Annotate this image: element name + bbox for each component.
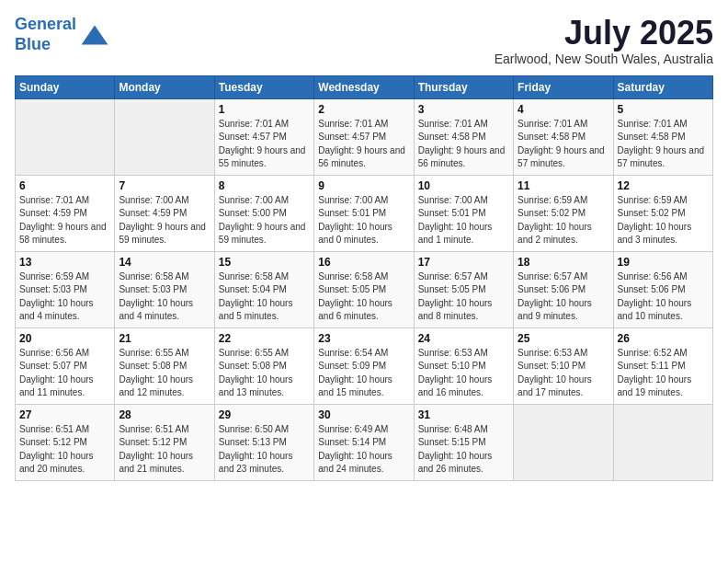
day-number: 10: [418, 179, 509, 192]
day-cell: [16, 98, 115, 175]
day-info: Sunrise: 6:53 AM Sunset: 5:10 PM Dayligh…: [518, 347, 609, 400]
day-cell: 20Sunrise: 6:56 AM Sunset: 5:07 PM Dayli…: [16, 327, 115, 404]
day-number: 2: [318, 103, 409, 116]
day-number: 17: [418, 256, 509, 269]
day-number: 31: [418, 408, 509, 421]
day-info: Sunrise: 7:01 AM Sunset: 4:59 PM Dayligh…: [19, 194, 110, 247]
location: Earlwood, New South Wales, Australia: [495, 52, 713, 66]
day-number: 18: [518, 256, 609, 269]
day-cell: 6Sunrise: 7:01 AM Sunset: 4:59 PM Daylig…: [16, 175, 115, 251]
day-cell: 19Sunrise: 6:56 AM Sunset: 5:06 PM Dayli…: [613, 251, 712, 327]
col-monday: Monday: [115, 75, 214, 98]
day-info: Sunrise: 6:59 AM Sunset: 5:03 PM Dayligh…: [19, 270, 110, 324]
day-number: 23: [318, 332, 409, 345]
day-cell: 14Sunrise: 6:58 AM Sunset: 5:03 PM Dayli…: [115, 251, 214, 327]
day-cell: 23Sunrise: 6:54 AM Sunset: 5:09 PM Dayli…: [314, 327, 414, 404]
day-cell: 1Sunrise: 7:01 AM Sunset: 4:57 PM Daylig…: [214, 98, 313, 175]
svg-marker-0: [82, 25, 108, 44]
day-info: Sunrise: 7:00 AM Sunset: 5:00 PM Dayligh…: [219, 194, 310, 247]
day-cell: 22Sunrise: 6:55 AM Sunset: 5:08 PM Dayli…: [214, 327, 313, 404]
day-info: Sunrise: 6:58 AM Sunset: 5:03 PM Dayligh…: [119, 270, 210, 324]
day-cell: 13Sunrise: 6:59 AM Sunset: 5:03 PM Dayli…: [16, 251, 115, 327]
day-number: 22: [219, 332, 310, 345]
day-info: Sunrise: 7:01 AM Sunset: 4:58 PM Dayligh…: [418, 118, 509, 171]
logo-line2: Blue: [15, 35, 51, 53]
col-wednesday: Wednesday: [314, 75, 414, 98]
day-info: Sunrise: 6:58 AM Sunset: 5:04 PM Dayligh…: [219, 270, 310, 324]
day-info: Sunrise: 6:59 AM Sunset: 5:02 PM Dayligh…: [518, 194, 609, 247]
week-row-3: 13Sunrise: 6:59 AM Sunset: 5:03 PM Dayli…: [16, 251, 713, 327]
col-friday: Friday: [514, 75, 613, 98]
day-number: 30: [318, 408, 409, 421]
day-cell: 28Sunrise: 6:51 AM Sunset: 5:12 PM Dayli…: [115, 404, 214, 480]
day-number: 27: [19, 408, 110, 421]
day-info: Sunrise: 7:00 AM Sunset: 5:01 PM Dayligh…: [318, 194, 409, 247]
day-cell: 18Sunrise: 6:57 AM Sunset: 5:06 PM Dayli…: [514, 251, 613, 327]
day-cell: 2Sunrise: 7:01 AM Sunset: 4:57 PM Daylig…: [314, 98, 414, 175]
day-cell: 30Sunrise: 6:49 AM Sunset: 5:14 PM Dayli…: [314, 404, 414, 480]
day-info: Sunrise: 6:54 AM Sunset: 5:09 PM Dayligh…: [318, 347, 409, 400]
week-row-5: 27Sunrise: 6:51 AM Sunset: 5:12 PM Dayli…: [16, 404, 713, 480]
logo: General Blue: [15, 15, 109, 54]
day-info: Sunrise: 6:55 AM Sunset: 5:08 PM Dayligh…: [219, 347, 310, 400]
day-cell: 8Sunrise: 7:00 AM Sunset: 5:00 PM Daylig…: [214, 175, 313, 251]
day-cell: 27Sunrise: 6:51 AM Sunset: 5:12 PM Dayli…: [16, 404, 115, 480]
day-number: 8: [219, 179, 310, 192]
day-number: 13: [19, 256, 110, 269]
day-number: 24: [418, 332, 509, 345]
day-info: Sunrise: 6:58 AM Sunset: 5:05 PM Dayligh…: [318, 270, 409, 324]
day-number: 28: [119, 408, 210, 421]
day-info: Sunrise: 6:57 AM Sunset: 5:05 PM Dayligh…: [418, 270, 509, 324]
day-number: 11: [518, 179, 609, 192]
logo-icon: [80, 20, 109, 50]
day-cell: 3Sunrise: 7:01 AM Sunset: 4:58 PM Daylig…: [414, 98, 513, 175]
page-header: General Blue July 2025 Earlwood, New Sou…: [15, 15, 713, 66]
day-info: Sunrise: 6:51 AM Sunset: 5:12 PM Dayligh…: [119, 423, 210, 477]
day-number: 1: [219, 103, 310, 116]
day-cell: [115, 98, 214, 175]
day-info: Sunrise: 7:00 AM Sunset: 5:01 PM Dayligh…: [418, 194, 509, 247]
day-info: Sunrise: 7:01 AM Sunset: 4:58 PM Dayligh…: [618, 118, 709, 171]
day-cell: [514, 404, 613, 480]
day-cell: 11Sunrise: 6:59 AM Sunset: 5:02 PM Dayli…: [514, 175, 613, 251]
calendar-table: Sunday Monday Tuesday Wednesday Thursday…: [15, 75, 713, 481]
col-sunday: Sunday: [16, 75, 115, 98]
day-info: Sunrise: 6:48 AM Sunset: 5:15 PM Dayligh…: [418, 423, 509, 477]
day-info: Sunrise: 6:56 AM Sunset: 5:06 PM Dayligh…: [618, 270, 709, 324]
day-info: Sunrise: 6:50 AM Sunset: 5:13 PM Dayligh…: [219, 423, 310, 477]
day-number: 3: [418, 103, 509, 116]
day-info: Sunrise: 7:00 AM Sunset: 4:59 PM Dayligh…: [119, 194, 210, 247]
logo-line1: General: [15, 15, 76, 33]
header-row: Sunday Monday Tuesday Wednesday Thursday…: [16, 75, 713, 98]
day-number: 9: [318, 179, 409, 192]
logo-text: General Blue: [15, 15, 76, 54]
day-cell: 10Sunrise: 7:00 AM Sunset: 5:01 PM Dayli…: [414, 175, 513, 251]
day-cell: 4Sunrise: 7:01 AM Sunset: 4:58 PM Daylig…: [514, 98, 613, 175]
day-cell: 21Sunrise: 6:55 AM Sunset: 5:08 PM Dayli…: [115, 327, 214, 404]
day-cell: 29Sunrise: 6:50 AM Sunset: 5:13 PM Dayli…: [214, 404, 313, 480]
col-saturday: Saturday: [613, 75, 712, 98]
day-info: Sunrise: 6:59 AM Sunset: 5:02 PM Dayligh…: [618, 194, 709, 247]
day-cell: [613, 404, 712, 480]
day-number: 29: [219, 408, 310, 421]
day-cell: 15Sunrise: 6:58 AM Sunset: 5:04 PM Dayli…: [214, 251, 313, 327]
day-cell: 16Sunrise: 6:58 AM Sunset: 5:05 PM Dayli…: [314, 251, 414, 327]
day-number: 26: [618, 332, 709, 345]
day-number: 6: [19, 179, 110, 192]
day-info: Sunrise: 6:56 AM Sunset: 5:07 PM Dayligh…: [19, 347, 110, 400]
day-cell: 25Sunrise: 6:53 AM Sunset: 5:10 PM Dayli…: [514, 327, 613, 404]
day-info: Sunrise: 6:52 AM Sunset: 5:11 PM Dayligh…: [618, 347, 709, 400]
day-cell: 26Sunrise: 6:52 AM Sunset: 5:11 PM Dayli…: [613, 327, 712, 404]
col-tuesday: Tuesday: [214, 75, 313, 98]
day-info: Sunrise: 6:57 AM Sunset: 5:06 PM Dayligh…: [518, 270, 609, 324]
day-number: 21: [119, 332, 210, 345]
day-number: 12: [618, 179, 709, 192]
day-number: 20: [19, 332, 110, 345]
month-title: July 2025: [495, 15, 713, 52]
day-number: 5: [618, 103, 709, 116]
day-info: Sunrise: 6:49 AM Sunset: 5:14 PM Dayligh…: [318, 423, 409, 477]
day-cell: 24Sunrise: 6:53 AM Sunset: 5:10 PM Dayli…: [414, 327, 513, 404]
day-number: 7: [119, 179, 210, 192]
col-thursday: Thursday: [414, 75, 513, 98]
day-cell: 17Sunrise: 6:57 AM Sunset: 5:05 PM Dayli…: [414, 251, 513, 327]
